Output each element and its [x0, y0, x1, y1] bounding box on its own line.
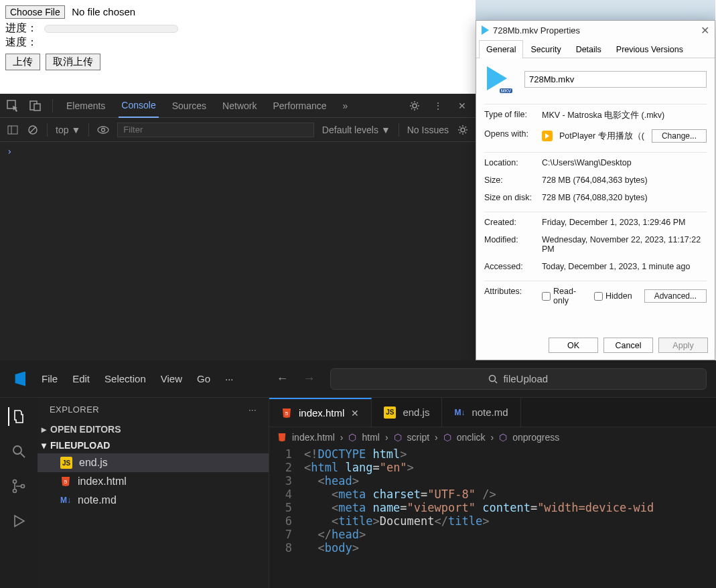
svg-text:5: 5	[285, 411, 289, 417]
ok-button[interactable]: OK	[549, 338, 598, 353]
cancel-button[interactable]: Cancel	[603, 338, 653, 353]
cube-icon: ⬡	[394, 432, 402, 443]
nav-forward-icon[interactable]: →	[303, 372, 315, 386]
console-body[interactable]: ›	[0, 142, 476, 360]
nav-back-icon[interactable]: ←	[277, 372, 289, 386]
code-line[interactable]: 1<!DOCTYPE html>	[269, 447, 716, 461]
tab-previous-versions[interactable]: Previous Versions	[609, 40, 691, 58]
devtools-tab-sources[interactable]: Sources	[169, 94, 209, 118]
console-sidebar-icon[interactable]	[7, 124, 19, 136]
choose-file-button[interactable]: Choose File	[5, 5, 65, 19]
code-editor[interactable]: 1<!DOCTYPE html>2<html lang="en">3 <head…	[269, 447, 716, 588]
properties-titlebar[interactable]: 728Mb.mkv Properties ✕	[476, 21, 715, 40]
editor-tab-notemd[interactable]: M↓ note.md	[442, 398, 520, 427]
devtools-tab-console[interactable]: Console	[119, 94, 158, 118]
editor-area: 5 index.html ✕ JS end.js M↓ note.md	[269, 398, 716, 588]
apply-button[interactable]: Apply	[658, 338, 708, 353]
open-editors-section[interactable]: OPEN EDITORS	[38, 421, 269, 437]
devtools-tab-performance[interactable]: Performance	[270, 94, 329, 118]
tab-details[interactable]: Details	[569, 40, 609, 58]
tab-security[interactable]: Security	[523, 40, 568, 58]
properties-dialog: 728Mb.mkv Properties ✕ General Security …	[476, 20, 715, 360]
menu-go[interactable]: Go	[197, 373, 210, 384]
menu-more[interactable]: ···	[225, 373, 234, 384]
context-label: top	[56, 125, 68, 135]
code-line[interactable]: 2<html lang="en">	[269, 461, 716, 474]
code-line[interactable]: 6 <title>Document</title>	[269, 514, 716, 528]
code-line[interactable]: 8 <body>	[269, 541, 716, 555]
source-control-icon[interactable]	[9, 477, 28, 496]
levels-dropdown[interactable]: Default levels ▼	[322, 125, 390, 135]
inspect-icon[interactable]	[7, 100, 19, 112]
menu-edit[interactable]: Edit	[72, 373, 90, 384]
svg-point-3	[413, 104, 417, 108]
console-filter-input[interactable]	[117, 123, 314, 137]
filename-input[interactable]	[524, 71, 707, 88]
file-end-js[interactable]: JS end.js	[38, 453, 269, 472]
file-note-md[interactable]: M↓ note.md	[38, 491, 269, 510]
devtools-more-tabs[interactable]: »	[340, 94, 351, 118]
file-big-icon: MKV	[484, 65, 512, 93]
code-line[interactable]: 5 <meta name="viewport" content="width=d…	[269, 501, 716, 514]
location-value: C:\Users\Wang\Desktop	[542, 158, 707, 167]
hidden-checkbox[interactable]: Hidden	[594, 291, 632, 301]
file-type-icon	[482, 25, 489, 35]
issues-label[interactable]: No Issues	[407, 125, 449, 135]
file-index-html[interactable]: 5 index.html	[38, 472, 269, 491]
svg-point-17	[21, 485, 25, 488]
close-icon[interactable]: ✕	[701, 24, 709, 37]
menu-file[interactable]: File	[42, 373, 58, 384]
svg-text:5: 5	[64, 479, 68, 485]
sizedisk-label: Size on disk:	[484, 193, 535, 202]
modified-value: Wednesday, November 22, 2023, 11:17:22 P…	[542, 235, 707, 254]
explorer-more-icon[interactable]: ···	[248, 405, 257, 415]
devtools-menu-icon[interactable]: ⋮	[431, 100, 445, 111]
js-file-icon: JS	[60, 457, 72, 469]
size-label: Size:	[484, 175, 535, 185]
readonly-checkbox[interactable]: Read-only	[542, 287, 582, 305]
devtools-close-icon[interactable]: ✕	[455, 100, 469, 111]
js-file-icon: JS	[384, 407, 396, 419]
editor-tab-index[interactable]: 5 index.html ✕	[269, 398, 372, 427]
svg-point-11	[490, 375, 496, 381]
explorer-icon[interactable]	[8, 407, 27, 426]
live-expression-icon[interactable]	[97, 124, 109, 136]
change-button[interactable]: Change...	[652, 129, 707, 143]
created-label: Created:	[484, 218, 535, 227]
command-center[interactable]: fileUpload	[330, 368, 707, 390]
cancel-upload-button[interactable]: 取消上传	[46, 54, 100, 70]
console-gear-icon[interactable]	[457, 124, 469, 136]
upload-button[interactable]: 上传	[5, 54, 40, 70]
html-file-icon: 5	[60, 476, 71, 487]
device-toggle-icon[interactable]	[29, 100, 42, 112]
advanced-button[interactable]: Advanced...	[644, 289, 707, 303]
svg-point-9	[102, 128, 105, 131]
progress-bar	[44, 25, 178, 33]
menu-view[interactable]: View	[161, 373, 182, 384]
context-dropdown[interactable]: top ▼	[56, 125, 80, 135]
code-line[interactable]: 7 </head>	[269, 528, 716, 541]
gear-icon[interactable]	[409, 100, 421, 112]
run-debug-icon[interactable]	[9, 512, 28, 530]
vscode-window: File Edit Selection View Go ··· ← → file…	[0, 360, 716, 588]
vscode-titlebar[interactable]: File Edit Selection View Go ··· ← → file…	[0, 360, 716, 398]
tab-general[interactable]: General	[479, 40, 523, 58]
modified-label: Modified:	[484, 235, 535, 254]
menu-selection[interactable]: Selection	[104, 373, 146, 384]
attributes-label: Attributes:	[484, 287, 535, 305]
html-file-icon: 5	[281, 408, 292, 419]
code-line[interactable]: 3 <head>	[269, 474, 716, 488]
devtools-tab-network[interactable]: Network	[220, 94, 259, 118]
close-tab-icon[interactable]: ✕	[351, 408, 359, 419]
editor-tab-endjs[interactable]: JS end.js	[372, 398, 442, 427]
code-line[interactable]: 4 <meta charset="UTF-8" />	[269, 488, 716, 501]
explorer-title: EXPLORER	[50, 405, 99, 415]
clear-console-icon[interactable]	[27, 124, 39, 136]
vscode-logo-icon	[9, 370, 27, 388]
folder-section[interactable]: FILEUPLOAD	[38, 437, 269, 453]
cube-icon: ⬡	[348, 432, 356, 443]
search-activity-icon[interactable]	[9, 442, 28, 461]
devtools-tab-elements[interactable]: Elements	[64, 94, 108, 118]
breadcrumb[interactable]: index.html› ⬡ html› ⬡ script› ⬡ onclick›…	[269, 427, 716, 447]
svg-rect-2	[34, 104, 40, 111]
